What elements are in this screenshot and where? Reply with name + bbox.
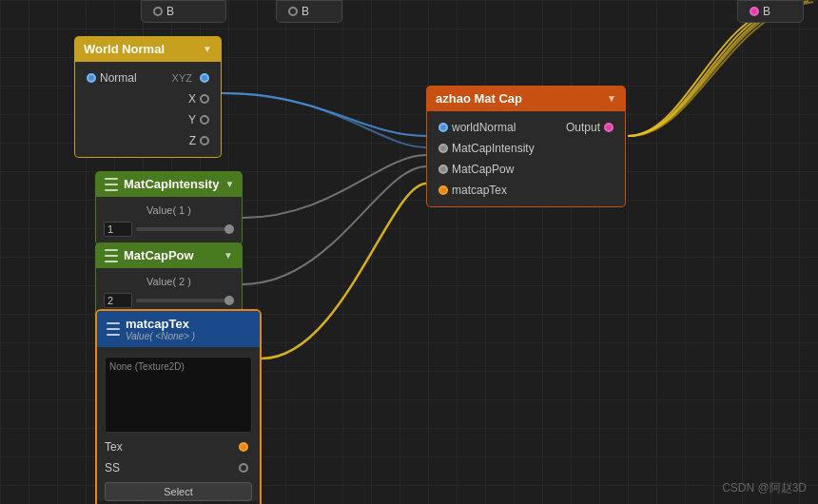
- matcap-intensity-header[interactable]: MatCapIntensity ▼: [95, 171, 243, 197]
- x-label: X: [188, 92, 196, 106]
- pin-y[interactable]: [200, 115, 209, 125]
- matcap-tex-header[interactable]: matcapTex Value( <None> ): [97, 311, 260, 347]
- b2-label: B: [302, 5, 309, 18]
- intensity-subtitle: Value( 1 ): [96, 203, 242, 220]
- pin-b2: [288, 7, 298, 16]
- azhao-tex-row: matcapTex: [427, 180, 625, 201]
- pin-normal-in[interactable]: [87, 73, 96, 83]
- pin-ss-out[interactable]: [239, 463, 248, 473]
- texture-preview-label: None (Texture2D): [109, 361, 185, 372]
- world-normal-x-row: X: [75, 88, 221, 109]
- pin-pow-in[interactable]: [438, 165, 448, 174]
- world-normal-y-row: Y: [75, 109, 221, 130]
- intensity-menu-icon: [105, 178, 118, 191]
- pin-x[interactable]: [200, 94, 209, 104]
- matcap-tex-in-label: matcapTex: [452, 184, 507, 197]
- azhao-matcap-body: worldNormal Output MatCapIntensity MatCa…: [426, 111, 626, 207]
- intensity-dropdown[interactable]: ▼: [224, 179, 234, 189]
- matcap-tex-body: None (Texture2D) Tex SS Select: [97, 347, 260, 501]
- world-normal-in-label: worldNormal: [452, 121, 526, 134]
- matcap-tex-subtitle: Value( <None> ): [126, 331, 195, 341]
- world-normal-normal-row: Normal XYZ: [75, 68, 221, 88]
- select-button[interactable]: Select: [105, 482, 252, 501]
- node-top-b3: B: [737, 0, 804, 23]
- node-matcap-intensity[interactable]: MatCapIntensity ▼ Value( 1 ) 1: [95, 171, 243, 245]
- matcap-intensity-title: MatCapIntensity: [124, 177, 219, 191]
- pow-slider[interactable]: [136, 299, 234, 302]
- world-normal-header[interactable]: World Normal ▼: [74, 36, 222, 62]
- pow-subtitle: Value( 2 ): [96, 274, 242, 291]
- node-top-b1: B: [141, 0, 226, 23]
- pin-world-normal-in[interactable]: [438, 123, 448, 132]
- pow-in-label: MatCapPow: [452, 163, 514, 176]
- b1-label: B: [166, 5, 174, 18]
- pin-output[interactable]: [604, 123, 614, 132]
- pow-menu-icon: [105, 249, 118, 262]
- azhao-dropdown[interactable]: ▼: [607, 93, 616, 104]
- ss-label: SS: [105, 461, 235, 475]
- pin-b3: [750, 7, 759, 16]
- pin-tex-out[interactable]: [239, 442, 248, 452]
- y-label: Y: [188, 113, 196, 126]
- intensity-in-label: MatCapIntensity: [452, 142, 535, 155]
- tex-label: Tex: [105, 440, 235, 454]
- azhao-pow-row: MatCapPow: [427, 159, 625, 180]
- z-label: Z: [189, 134, 196, 147]
- node-matcap-tex[interactable]: matcapTex Value( <None> ) None (Texture2…: [95, 309, 262, 504]
- xyz-label: XYZ: [172, 72, 192, 84]
- intensity-slider-row: 1: [96, 220, 242, 239]
- texture-preview: None (Texture2D): [105, 357, 252, 433]
- azhao-world-normal-row: worldNormal Output: [427, 117, 625, 138]
- watermark: CSDN @阿赵3D: [722, 480, 807, 496]
- pin-b1: [153, 7, 163, 16]
- pin-matcap-tex-in[interactable]: [438, 185, 448, 195]
- pow-dropdown[interactable]: ▼: [224, 250, 233, 261]
- matcap-pow-header[interactable]: MatCapPow ▼: [95, 242, 243, 268]
- matcap-intensity-body: Value( 1 ) 1: [95, 197, 243, 245]
- matcap-tex-title: matcapTex: [126, 317, 195, 331]
- normal-label: Normal: [100, 71, 168, 85]
- intensity-slider[interactable]: [136, 227, 234, 231]
- tex-menu-icon: [107, 322, 120, 336]
- tex-row: Tex: [97, 436, 260, 457]
- pin-z[interactable]: [200, 136, 209, 145]
- pow-input[interactable]: 2: [104, 293, 132, 308]
- azhao-matcap-header[interactable]: azhao Mat Cap ▼: [426, 86, 626, 111]
- world-normal-dropdown[interactable]: ▼: [203, 44, 212, 54]
- pow-slider-row: 2: [96, 291, 242, 310]
- world-normal-title: World Normal: [84, 42, 165, 56]
- b3-label: B: [763, 5, 770, 18]
- output-label: Output: [526, 121, 600, 134]
- node-world-normal[interactable]: World Normal ▼ Normal XYZ X Y Z: [74, 36, 222, 158]
- intensity-input[interactable]: 1: [104, 222, 132, 237]
- node-top-b2: B: [276, 0, 342, 23]
- azhao-matcap-title: azhao Mat Cap: [436, 91, 522, 106]
- world-normal-z-row: Z: [75, 130, 221, 151]
- pin-normal-out[interactable]: [200, 73, 209, 83]
- matcap-pow-title: MatCapPow: [124, 248, 194, 262]
- azhao-intensity-row: MatCapIntensity: [427, 138, 625, 159]
- pin-intensity-in[interactable]: [438, 144, 448, 153]
- world-normal-body: Normal XYZ X Y Z: [74, 62, 222, 158]
- node-matcap-pow[interactable]: MatCapPow ▼ Value( 2 ) 2: [95, 242, 243, 317]
- node-azhao-matcap[interactable]: azhao Mat Cap ▼ worldNormal Output MatCa…: [426, 86, 626, 207]
- ss-row: SS: [97, 457, 260, 478]
